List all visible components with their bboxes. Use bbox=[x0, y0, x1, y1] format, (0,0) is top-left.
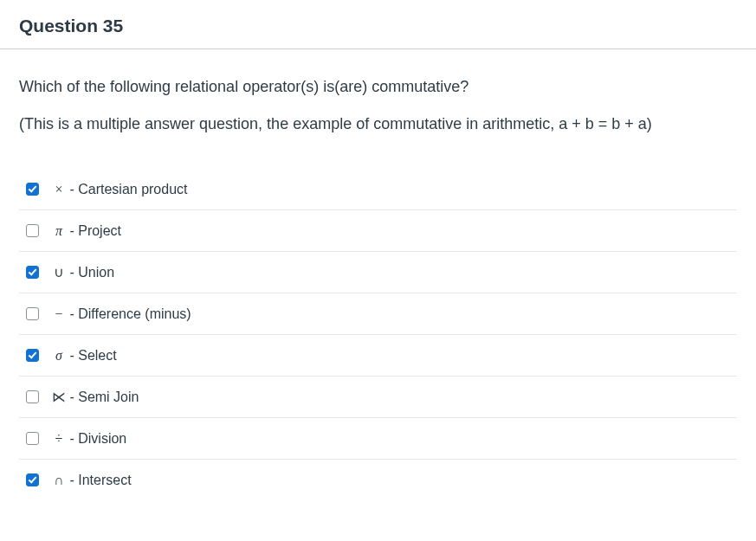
answer-option[interactable]: ÷ - Division bbox=[19, 418, 737, 460]
option-label: - Project bbox=[66, 223, 121, 238]
option-symbol: π bbox=[52, 223, 66, 239]
question-prompt: Which of the following relational operat… bbox=[19, 75, 737, 136]
option-label: - Intersect bbox=[66, 473, 132, 487]
prompt-line-2: (This is a multiple answer question, the… bbox=[19, 113, 737, 136]
answer-option[interactable]: − - Difference (minus) bbox=[19, 293, 737, 335]
option-checkbox[interactable] bbox=[26, 390, 39, 403]
option-checkbox[interactable] bbox=[26, 473, 39, 486]
question-body: Which of the following relational operat… bbox=[0, 49, 756, 509]
option-text: × - Cartesian product bbox=[52, 182, 188, 197]
option-text: π - Project bbox=[52, 223, 121, 239]
option-checkbox[interactable] bbox=[26, 224, 39, 237]
option-symbol: ÷ bbox=[52, 431, 66, 447]
answer-option[interactable]: ∪ - Union bbox=[19, 252, 737, 293]
option-text: σ - Select bbox=[52, 348, 117, 364]
option-symbol: ∪ bbox=[52, 264, 66, 280]
option-label: - Division bbox=[66, 431, 126, 446]
answer-option[interactable]: σ - Select bbox=[19, 335, 737, 377]
option-label: - Semi Join bbox=[66, 390, 139, 404]
option-text: ⋉ - Semi Join bbox=[52, 389, 139, 405]
option-label: - Select bbox=[66, 348, 117, 363]
option-text: ∩ - Intersect bbox=[52, 473, 132, 488]
option-text: − - Difference (minus) bbox=[52, 306, 191, 322]
answer-option[interactable]: ⋉ - Semi Join bbox=[19, 377, 737, 418]
answer-option[interactable]: × - Cartesian product bbox=[19, 169, 737, 210]
option-symbol: ∩ bbox=[52, 473, 66, 488]
prompt-line-1: Which of the following relational operat… bbox=[19, 75, 737, 99]
option-symbol: ⋉ bbox=[52, 389, 66, 405]
option-label: - Cartesian product bbox=[66, 182, 188, 196]
option-label: - Difference (minus) bbox=[66, 306, 191, 321]
option-checkbox[interactable] bbox=[26, 432, 39, 445]
option-symbol: − bbox=[52, 306, 66, 322]
option-text: ∪ - Union bbox=[52, 264, 114, 280]
answer-option[interactable]: π - Project bbox=[19, 210, 737, 252]
answer-options: × - Cartesian productπ - Project∪ - Unio… bbox=[19, 169, 737, 500]
answer-option[interactable]: ∩ - Intersect bbox=[19, 460, 737, 500]
option-checkbox[interactable] bbox=[26, 349, 39, 362]
option-checkbox[interactable] bbox=[26, 307, 39, 320]
option-text: ÷ - Division bbox=[52, 431, 126, 447]
option-checkbox[interactable] bbox=[26, 183, 39, 196]
option-label: - Union bbox=[66, 265, 114, 280]
option-checkbox[interactable] bbox=[26, 266, 39, 279]
option-symbol: σ bbox=[52, 348, 66, 364]
question-header: Question 35 bbox=[0, 0, 756, 49]
option-symbol: × bbox=[52, 182, 66, 197]
question-title: Question 35 bbox=[19, 16, 737, 36]
